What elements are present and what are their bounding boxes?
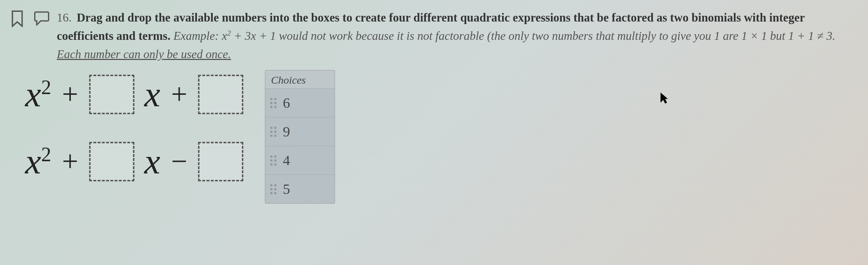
- x-term: x: [143, 141, 160, 182]
- expression-row: x2 + x −: [25, 141, 243, 182]
- minus-operator: −: [169, 145, 189, 178]
- expressions-area: x2 + x + x2 + x −: [25, 74, 243, 182]
- x-term: x: [143, 74, 160, 115]
- choice-value: 4: [283, 152, 290, 169]
- x-squared-term: x2: [25, 74, 51, 115]
- question-number: 16.: [57, 11, 72, 24]
- drop-target-coef[interactable]: [89, 75, 134, 114]
- x-squared-term: x2: [25, 141, 51, 182]
- drag-handle-icon: [270, 184, 276, 194]
- choice-value: 6: [283, 94, 290, 111]
- chat-icon[interactable]: [34, 10, 50, 29]
- choice-value: 5: [283, 181, 290, 197]
- usage-note: Each number can only be used once.: [57, 48, 231, 61]
- plus-operator: +: [169, 78, 189, 111]
- bookmark-icon[interactable]: [11, 10, 24, 29]
- choices-header: Choices: [265, 70, 335, 88]
- choice-item[interactable]: 9: [265, 117, 335, 146]
- choices-panel: Choices 6 9 4 5: [265, 70, 335, 204]
- question-text: 16. Drag and drop the available numbers …: [57, 7, 857, 64]
- choice-item[interactable]: 5: [265, 175, 335, 203]
- drag-handle-icon: [270, 155, 276, 166]
- drop-target-constant[interactable]: [198, 75, 243, 114]
- expression-row: x2 + x +: [25, 74, 243, 115]
- choice-item[interactable]: 6: [265, 88, 335, 117]
- plus-operator: +: [60, 78, 80, 111]
- plus-operator: +: [60, 145, 80, 178]
- drop-target-coef[interactable]: [89, 142, 134, 181]
- drag-handle-icon: [270, 98, 276, 108]
- choice-item[interactable]: 4: [265, 146, 335, 175]
- choice-value: 9: [283, 123, 290, 140]
- drag-handle-icon: [270, 127, 276, 137]
- example-expression: x2 + 3x + 1: [222, 29, 276, 42]
- drop-target-constant[interactable]: [198, 142, 243, 181]
